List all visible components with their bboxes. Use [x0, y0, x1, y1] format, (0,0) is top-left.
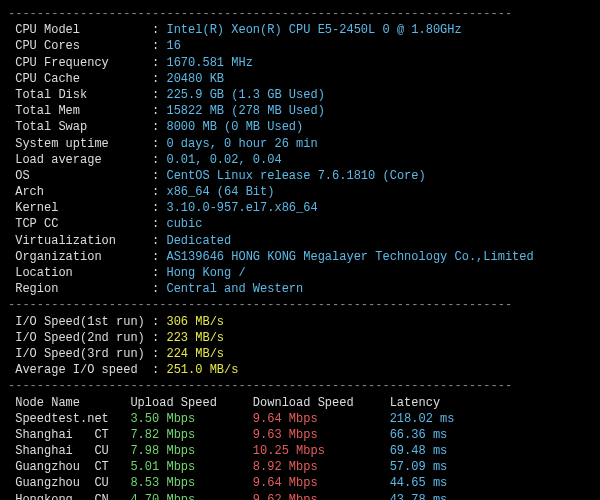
sys-value: 15822 MB (278 MB Used)	[166, 104, 324, 118]
sys-value: 225.9 GB (1.3 GB Used)	[166, 88, 324, 102]
colon: :	[152, 56, 166, 70]
sys-value: 0.01, 0.02, 0.04	[166, 153, 281, 167]
io-value: 224 MB/s	[166, 347, 224, 361]
sys-value: CentOS Linux release 7.6.1810 (Core)	[166, 169, 425, 183]
colon: :	[152, 88, 166, 102]
io-label: I/O Speed(2nd run)	[8, 330, 152, 346]
colon: :	[152, 153, 166, 167]
net-up: 3.50 Mbps	[130, 412, 252, 426]
net-header: Node Name Upload Speed Download Speed La…	[8, 395, 592, 411]
sys-row: Location : Hong Kong /	[8, 265, 592, 281]
net-row: Shanghai CT 7.82 Mbps 9.63 Mbps 66.36 ms	[8, 427, 592, 443]
sys-value: x86_64 (64 Bit)	[166, 185, 274, 199]
net-lat: 218.02 ms	[390, 412, 455, 426]
sys-row: Organization : AS139646 HONG KONG Megala…	[8, 249, 592, 265]
sys-label: Virtualization	[8, 233, 152, 249]
colon: :	[152, 39, 166, 53]
sys-label: Arch	[8, 184, 152, 200]
sys-value: Dedicated	[166, 234, 231, 248]
net-node: Guangzhou CT	[8, 460, 130, 474]
sys-row: Kernel : 3.10.0-957.el7.x86_64	[8, 200, 592, 216]
net-node: Hongkong CN	[8, 493, 130, 500]
net-up: 5.01 Mbps	[130, 460, 252, 474]
sys-value: cubic	[166, 217, 202, 231]
sys-value: 1670.581 MHz	[166, 56, 252, 70]
io-row: I/O Speed(2nd run) : 223 MB/s	[8, 330, 592, 346]
sys-label: Location	[8, 265, 152, 281]
sys-label: Region	[8, 281, 152, 297]
sys-value: 16	[166, 39, 180, 53]
separator: ----------------------------------------…	[8, 378, 592, 394]
colon: :	[152, 266, 166, 280]
sys-row: Total Swap : 8000 MB (0 MB Used)	[8, 119, 592, 135]
sys-value: 8000 MB (0 MB Used)	[166, 120, 303, 134]
net-node: Guangzhou CU	[8, 476, 130, 490]
sys-row: Virtualization : Dedicated	[8, 233, 592, 249]
net-row: Hongkong CN 4.70 Mbps 9.62 Mbps 43.78 ms	[8, 492, 592, 500]
net-row: Speedtest.net 3.50 Mbps 9.64 Mbps 218.02…	[8, 411, 592, 427]
colon: :	[152, 104, 166, 118]
net-up: 7.82 Mbps	[130, 428, 252, 442]
sys-row: Arch : x86_64 (64 Bit)	[8, 184, 592, 200]
io-row: I/O Speed(3rd run) : 224 MB/s	[8, 346, 592, 362]
sys-label: Total Disk	[8, 87, 152, 103]
io-label: I/O Speed(1st run)	[8, 314, 152, 330]
hdr-up: Upload Speed	[130, 396, 252, 410]
io-value: 306 MB/s	[166, 315, 224, 329]
sys-row: CPU Cores : 16	[8, 38, 592, 54]
sys-value: AS139646 HONG KONG Megalayer Technology …	[166, 250, 533, 264]
net-node: Shanghai CT	[8, 428, 130, 442]
separator: ----------------------------------------…	[8, 297, 592, 313]
io-label: Average I/O speed	[8, 362, 152, 378]
net-lat: 66.36 ms	[390, 428, 448, 442]
net-down: 9.64 Mbps	[253, 476, 390, 490]
sys-value: 3.10.0-957.el7.x86_64	[166, 201, 317, 215]
io-label: I/O Speed(3rd run)	[8, 346, 152, 362]
sys-label: CPU Frequency	[8, 55, 152, 71]
net-node: Shanghai CU	[8, 444, 130, 458]
net-row: Shanghai CU 7.98 Mbps 10.25 Mbps 69.48 m…	[8, 443, 592, 459]
net-down: 8.92 Mbps	[253, 460, 390, 474]
sys-row: OS : CentOS Linux release 7.6.1810 (Core…	[8, 168, 592, 184]
colon: :	[152, 72, 166, 86]
sys-label: CPU Cache	[8, 71, 152, 87]
sys-row: CPU Cache : 20480 KB	[8, 71, 592, 87]
colon: :	[152, 137, 166, 151]
net-lat: 57.09 ms	[390, 460, 448, 474]
net-down: 10.25 Mbps	[253, 444, 390, 458]
hdr-down: Download Speed	[253, 396, 390, 410]
sys-label: Kernel	[8, 200, 152, 216]
separator: ----------------------------------------…	[8, 6, 592, 22]
net-row: Guangzhou CT 5.01 Mbps 8.92 Mbps 57.09 m…	[8, 459, 592, 475]
net-row: Guangzhou CU 8.53 Mbps 9.64 Mbps 44.65 m…	[8, 475, 592, 491]
net-up: 7.98 Mbps	[130, 444, 252, 458]
net-down: 9.64 Mbps	[253, 412, 390, 426]
sys-row: Region : Central and Western	[8, 281, 592, 297]
net-down: 9.63 Mbps	[253, 428, 390, 442]
sys-label: Load average	[8, 152, 152, 168]
sys-row: CPU Frequency : 1670.581 MHz	[8, 55, 592, 71]
sys-label: System uptime	[8, 136, 152, 152]
sys-value: Intel(R) Xeon(R) CPU E5-2450L 0 @ 1.80GH…	[166, 23, 461, 37]
colon: :	[152, 120, 166, 134]
sys-value: 0 days, 0 hour 26 min	[166, 137, 317, 151]
sys-row: System uptime : 0 days, 0 hour 26 min	[8, 136, 592, 152]
net-up: 8.53 Mbps	[130, 476, 252, 490]
net-lat: 69.48 ms	[390, 444, 448, 458]
sys-row: Total Mem : 15822 MB (278 MB Used)	[8, 103, 592, 119]
sys-row: CPU Model : Intel(R) Xeon(R) CPU E5-2450…	[8, 22, 592, 38]
sys-value: 20480 KB	[166, 72, 224, 86]
sys-row: Load average : 0.01, 0.02, 0.04	[8, 152, 592, 168]
sys-label: CPU Model	[8, 22, 152, 38]
net-node: Speedtest.net	[8, 412, 130, 426]
hdr-lat: Latency	[390, 396, 440, 410]
sys-value: Central and Western	[166, 282, 303, 296]
colon: :	[152, 234, 166, 248]
colon: :	[152, 23, 166, 37]
sys-label: TCP CC	[8, 216, 152, 232]
hdr-node: Node Name	[8, 396, 130, 410]
net-lat: 44.65 ms	[390, 476, 448, 490]
terminal-output: ----------------------------------------…	[8, 6, 592, 500]
sys-row: TCP CC : cubic	[8, 216, 592, 232]
io-value: 251.0 MB/s	[166, 363, 238, 377]
